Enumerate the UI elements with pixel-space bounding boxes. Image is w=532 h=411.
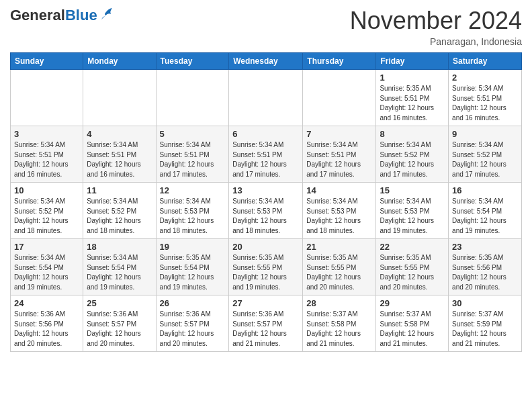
day-info: Sunrise: 5:34 AM Sunset: 5:51 PM Dayligh… [232,140,299,179]
day-info: Sunrise: 5:34 AM Sunset: 5:52 PM Dayligh… [14,197,79,236]
day-info: Sunrise: 5:34 AM Sunset: 5:54 PM Dayligh… [14,253,79,292]
day-info: Sunrise: 5:34 AM Sunset: 5:53 PM Dayligh… [232,197,299,236]
calendar-cell: 26Sunrise: 5:36 AM Sunset: 5:57 PM Dayli… [156,295,229,352]
day-number: 2 [452,73,518,83]
day-number: 20 [232,242,299,252]
day-info: Sunrise: 5:34 AM Sunset: 5:51 PM Dayligh… [160,140,226,179]
calendar-cell: 10Sunrise: 5:34 AM Sunset: 5:52 PM Dayli… [11,183,83,239]
day-info: Sunrise: 5:34 AM Sunset: 5:51 PM Dayligh… [306,140,372,179]
logo-bird-icon [99,7,114,21]
calendar-cell: 22Sunrise: 5:35 AM Sunset: 5:55 PM Dayli… [376,239,449,295]
calendar-cell: 28Sunrise: 5:37 AM Sunset: 5:58 PM Dayli… [303,295,376,352]
day-number: 24 [14,298,79,308]
day-number: 9 [452,129,518,139]
day-number: 4 [87,129,152,139]
calendar-week-row: 24Sunrise: 5:36 AM Sunset: 5:56 PM Dayli… [11,295,522,352]
day-info: Sunrise: 5:34 AM Sunset: 5:51 PM Dayligh… [87,140,152,179]
calendar-week-row: 10Sunrise: 5:34 AM Sunset: 5:52 PM Dayli… [11,183,522,239]
weekday-header: Tuesday [156,53,229,70]
day-number: 27 [232,298,299,308]
day-info: Sunrise: 5:34 AM Sunset: 5:52 PM Dayligh… [380,140,445,179]
day-number: 22 [380,242,445,252]
calendar-cell: 7Sunrise: 5:34 AM Sunset: 5:51 PM Daylig… [303,126,376,183]
day-info: Sunrise: 5:36 AM Sunset: 5:56 PM Dayligh… [14,310,79,349]
day-info: Sunrise: 5:35 AM Sunset: 5:55 PM Dayligh… [380,253,445,292]
calendar-cell: 25Sunrise: 5:36 AM Sunset: 5:57 PM Dayli… [83,295,156,352]
calendar-cell [156,70,229,126]
weekday-header: Monday [83,53,156,70]
calendar-cell: 1Sunrise: 5:35 AM Sunset: 5:51 PM Daylig… [376,70,449,126]
logo: General Blue [10,7,114,24]
calendar-cell: 3Sunrise: 5:34 AM Sunset: 5:51 PM Daylig… [11,126,83,183]
day-info: Sunrise: 5:34 AM Sunset: 5:51 PM Dayligh… [452,84,518,123]
day-number: 21 [306,242,372,252]
calendar-cell: 30Sunrise: 5:37 AM Sunset: 5:59 PM Dayli… [449,295,522,352]
weekday-header: Thursday [303,53,376,70]
calendar-cell: 6Sunrise: 5:34 AM Sunset: 5:51 PM Daylig… [229,126,303,183]
calendar: SundayMondayTuesdayWednesdayThursdayFrid… [10,52,522,352]
calendar-cell: 4Sunrise: 5:34 AM Sunset: 5:51 PM Daylig… [83,126,156,183]
calendar-cell [229,70,303,126]
calendar-cell [83,70,156,126]
day-info: Sunrise: 5:35 AM Sunset: 5:55 PM Dayligh… [232,253,299,292]
calendar-cell: 8Sunrise: 5:34 AM Sunset: 5:52 PM Daylig… [376,126,449,183]
day-number: 1 [380,73,445,83]
weekday-header: Sunday [11,53,83,70]
calendar-cell: 15Sunrise: 5:34 AM Sunset: 5:53 PM Dayli… [376,183,449,239]
day-number: 26 [160,298,226,308]
day-info: Sunrise: 5:35 AM Sunset: 5:55 PM Dayligh… [306,253,372,292]
day-number: 8 [380,129,445,139]
day-number: 5 [160,129,226,139]
day-number: 16 [452,185,518,195]
calendar-cell: 24Sunrise: 5:36 AM Sunset: 5:56 PM Dayli… [11,295,83,352]
day-info: Sunrise: 5:34 AM Sunset: 5:54 PM Dayligh… [87,253,152,292]
day-info: Sunrise: 5:34 AM Sunset: 5:52 PM Dayligh… [87,197,152,236]
logo-blue: Blue [65,7,97,24]
calendar-cell [11,70,83,126]
calendar-cell: 11Sunrise: 5:34 AM Sunset: 5:52 PM Dayli… [83,183,156,239]
day-info: Sunrise: 5:36 AM Sunset: 5:57 PM Dayligh… [87,310,152,349]
day-info: Sunrise: 5:37 AM Sunset: 5:58 PM Dayligh… [380,310,445,349]
calendar-cell: 9Sunrise: 5:34 AM Sunset: 5:52 PM Daylig… [449,126,522,183]
day-info: Sunrise: 5:34 AM Sunset: 5:51 PM Dayligh… [14,140,79,179]
month-title: November 2024 [350,7,522,35]
calendar-cell: 21Sunrise: 5:35 AM Sunset: 5:55 PM Dayli… [303,239,376,295]
day-info: Sunrise: 5:34 AM Sunset: 5:53 PM Dayligh… [380,197,445,236]
calendar-cell: 19Sunrise: 5:35 AM Sunset: 5:54 PM Dayli… [156,239,229,295]
day-info: Sunrise: 5:35 AM Sunset: 5:54 PM Dayligh… [160,253,226,292]
day-info: Sunrise: 5:34 AM Sunset: 5:53 PM Dayligh… [160,197,226,236]
day-info: Sunrise: 5:37 AM Sunset: 5:58 PM Dayligh… [306,310,372,349]
weekday-header: Wednesday [229,53,303,70]
calendar-cell: 20Sunrise: 5:35 AM Sunset: 5:55 PM Dayli… [229,239,303,295]
calendar-header-row: SundayMondayTuesdayWednesdayThursdayFrid… [11,53,522,70]
day-number: 19 [160,242,226,252]
day-number: 13 [232,185,299,195]
day-number: 25 [87,298,152,308]
day-info: Sunrise: 5:35 AM Sunset: 5:51 PM Dayligh… [380,84,445,123]
calendar-cell: 16Sunrise: 5:34 AM Sunset: 5:54 PM Dayli… [449,183,522,239]
calendar-cell: 13Sunrise: 5:34 AM Sunset: 5:53 PM Dayli… [229,183,303,239]
day-number: 14 [306,185,372,195]
day-number: 7 [306,129,372,139]
day-info: Sunrise: 5:36 AM Sunset: 5:57 PM Dayligh… [160,310,226,349]
calendar-cell: 12Sunrise: 5:34 AM Sunset: 5:53 PM Dayli… [156,183,229,239]
day-info: Sunrise: 5:36 AM Sunset: 5:57 PM Dayligh… [232,310,299,349]
page: General Blue November 2024 Panaragan, In… [0,0,532,362]
day-number: 12 [160,185,226,195]
weekday-header: Saturday [449,53,522,70]
header: General Blue November 2024 Panaragan, In… [10,7,522,47]
weekday-header: Friday [376,53,449,70]
location: Panaragan, Indonesia [350,36,522,47]
title-block: November 2024 Panaragan, Indonesia [350,7,522,47]
calendar-cell: 29Sunrise: 5:37 AM Sunset: 5:58 PM Dayli… [376,295,449,352]
calendar-cell: 18Sunrise: 5:34 AM Sunset: 5:54 PM Dayli… [83,239,156,295]
day-number: 23 [452,242,518,252]
day-info: Sunrise: 5:34 AM Sunset: 5:54 PM Dayligh… [452,197,518,236]
day-number: 18 [87,242,152,252]
calendar-cell [303,70,376,126]
day-info: Sunrise: 5:34 AM Sunset: 5:52 PM Dayligh… [452,140,518,179]
calendar-cell: 23Sunrise: 5:35 AM Sunset: 5:56 PM Dayli… [449,239,522,295]
day-number: 17 [14,242,79,252]
day-number: 28 [306,298,372,308]
day-number: 3 [14,129,79,139]
